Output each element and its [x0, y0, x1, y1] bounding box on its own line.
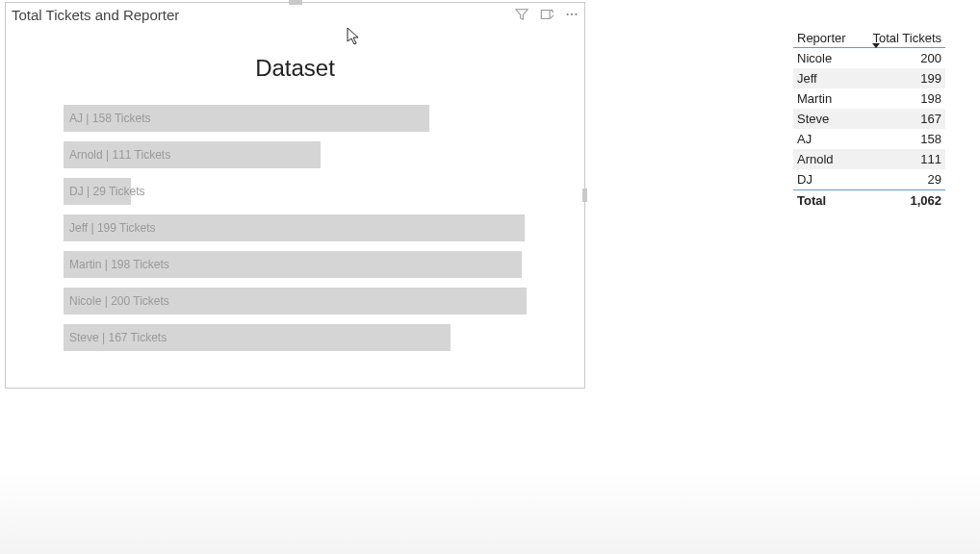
- table-total-row: Total 1,062: [793, 189, 945, 211]
- column-header-total-label: Total Tickets: [872, 31, 941, 45]
- cell-reporter: Jeff: [793, 71, 907, 86]
- bar-label: Arnold | 111 Tickets: [69, 148, 170, 162]
- cell-total: 200: [907, 51, 945, 65]
- chart-title: Dataset: [6, 55, 584, 82]
- bar-row[interactable]: Arnold | 111 Tickets: [64, 141, 527, 168]
- column-header-reporter[interactable]: Reporter: [793, 29, 868, 47]
- cell-reporter: Nicole: [793, 51, 907, 65]
- bar-fill: Nicole | 200 Tickets: [64, 288, 527, 315]
- cell-reporter: DJ: [793, 172, 907, 187]
- table-row[interactable]: DJ29: [793, 169, 945, 189]
- visual-title: Total Tickets and Reporter: [10, 7, 513, 23]
- bar-label: Jeff | 199 Tickets: [69, 221, 156, 235]
- bar-row[interactable]: DJ | 29 Tickets: [64, 178, 527, 205]
- filter-icon[interactable]: [513, 6, 530, 23]
- total-value: 1,062: [906, 193, 945, 208]
- chart-visual-container[interactable]: Total Tickets and Reporter Dataset AJ | …: [5, 2, 585, 389]
- bar-row[interactable]: Nicole | 200 Tickets: [64, 288, 527, 315]
- table-row[interactable]: Steve167: [793, 109, 945, 129]
- bar-fill: DJ | 29 Tickets: [64, 178, 131, 205]
- bar-chart-area: AJ | 158 TicketsArnold | 111 TicketsDJ |…: [6, 105, 584, 351]
- table-body: Nicole200Jeff199Martin198Steve167AJ158Ar…: [793, 48, 945, 189]
- svg-point-1: [566, 13, 568, 15]
- table-row[interactable]: Martin198: [793, 88, 945, 109]
- bar-fill: Steve | 167 Tickets: [64, 324, 451, 351]
- cell-reporter: Steve: [793, 112, 907, 126]
- table-header-row: Reporter Total Tickets: [793, 29, 945, 48]
- bar-row[interactable]: Steve | 167 Tickets: [64, 324, 527, 351]
- sort-descending-icon: [872, 43, 880, 48]
- bar-label: Steve | 167 Tickets: [69, 331, 167, 344]
- cell-total: 198: [907, 91, 945, 106]
- bar-fill: AJ | 158 Tickets: [64, 105, 429, 132]
- bar-fill: Martin | 198 Tickets: [64, 251, 522, 278]
- data-table[interactable]: Reporter Total Tickets Nicole200Jeff199M…: [793, 29, 945, 211]
- cell-total: 29: [907, 172, 945, 187]
- table-row[interactable]: Jeff199: [793, 68, 945, 88]
- bar-row[interactable]: Jeff | 199 Tickets: [64, 214, 527, 241]
- cell-total: 158: [907, 132, 945, 146]
- more-options-icon[interactable]: [563, 6, 580, 23]
- resize-handle-top[interactable]: [289, 0, 302, 5]
- column-header-total[interactable]: Total Tickets: [868, 29, 945, 47]
- bar-fill: Arnold | 111 Tickets: [64, 141, 321, 168]
- bar-row[interactable]: AJ | 158 Tickets: [64, 105, 527, 132]
- bar-fill: Jeff | 199 Tickets: [64, 214, 525, 241]
- visual-actions: [513, 6, 580, 23]
- cell-reporter: AJ: [793, 132, 907, 146]
- bar-label: DJ | 29 Tickets: [69, 185, 144, 198]
- bottom-fade: [0, 467, 980, 554]
- table-row[interactable]: Arnold111: [793, 149, 945, 169]
- visual-header: Total Tickets and Reporter: [6, 3, 584, 26]
- resize-handle-right[interactable]: [582, 189, 587, 202]
- table-row[interactable]: AJ158: [793, 129, 945, 149]
- cell-reporter: Arnold: [793, 152, 907, 166]
- svg-rect-0: [541, 11, 550, 19]
- bar-label: Nicole | 200 Tickets: [69, 294, 169, 308]
- table-row[interactable]: Nicole200: [793, 48, 945, 68]
- focus-mode-icon[interactable]: [538, 6, 555, 23]
- cell-reporter: Martin: [793, 91, 907, 106]
- total-label: Total: [793, 193, 906, 208]
- svg-point-3: [575, 13, 577, 15]
- cell-total: 167: [907, 112, 945, 126]
- cell-total: 199: [907, 71, 945, 86]
- cell-total: 111: [907, 152, 945, 166]
- bar-label: Martin | 198 Tickets: [69, 258, 169, 271]
- svg-point-2: [571, 13, 573, 15]
- bar-row[interactable]: Martin | 198 Tickets: [64, 251, 527, 278]
- bar-label: AJ | 158 Tickets: [69, 112, 151, 125]
